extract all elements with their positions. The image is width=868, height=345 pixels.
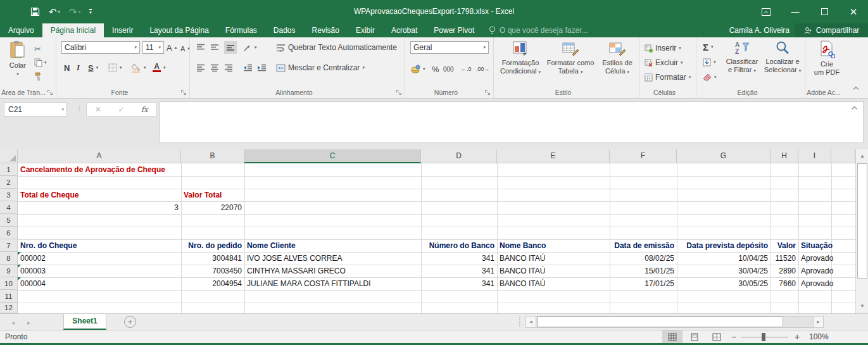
tab-página-inicial[interactable]: Página Inicial — [42, 23, 104, 37]
cell-A4[interactable]: 3 — [20, 201, 179, 214]
tab-revisão[interactable]: Revisão — [304, 23, 348, 37]
cell-G9[interactable]: 30/04/25 — [679, 265, 768, 277]
accounting-format-button[interactable]: ▾ — [410, 63, 425, 75]
align-right-icon[interactable] — [224, 61, 233, 74]
row-header-2[interactable]: 2 — [0, 176, 18, 189]
decrease-indent-icon[interactable] — [243, 61, 253, 74]
tell-me-box[interactable]: O que você deseja fazer... — [489, 23, 588, 37]
collapse-formula-bar-icon[interactable] — [851, 106, 858, 110]
cell-H8[interactable]: 11520 — [773, 252, 796, 265]
number-format-select[interactable]: Geral▾ — [410, 41, 489, 54]
decrease-decimal-button[interactable]: .00→ — [476, 63, 490, 75]
zoom-slider-thumb[interactable] — [762, 333, 765, 341]
column-header-B[interactable]: B — [181, 149, 244, 163]
namebox-resize-handle[interactable]: ⋮ — [76, 104, 83, 113]
cell-styles-button[interactable]: Estilos de Célula ▾ — [598, 39, 637, 76]
format-cells-button[interactable]: Formatar▾ — [645, 71, 691, 84]
cell-B10[interactable]: 2004954 — [184, 277, 242, 290]
cell-B3[interactable]: Valor Total — [184, 189, 242, 201]
row-header-10[interactable]: 10 — [0, 277, 18, 290]
cell-C8[interactable]: IVO JOSE ALVES CORREA — [247, 252, 418, 265]
format-as-table-button[interactable]: Formatar como Tabela ▾ — [546, 39, 595, 76]
orientation-button[interactable]: ▾ — [243, 41, 257, 54]
cell-D7[interactable]: Número do Banco — [424, 239, 494, 252]
column-header-H[interactable]: H — [771, 149, 798, 163]
wrap-text-button[interactable]: Quebrar Texto Automaticamente — [276, 41, 397, 54]
column-header-F[interactable]: F — [610, 149, 677, 163]
cell-A9[interactable]: 000003 — [20, 265, 179, 277]
cut-button[interactable]: ✂ — [34, 42, 41, 55]
cell-B7[interactable]: Nro. do pedido — [184, 239, 242, 252]
italic-button[interactable]: I — [77, 61, 80, 74]
cell-B9[interactable]: 7003450 — [184, 265, 242, 277]
collapse-ribbon-icon[interactable] — [852, 85, 860, 91]
column-header-partial[interactable] — [831, 149, 855, 163]
underline-button[interactable]: S▾ — [88, 61, 98, 74]
ribbon-display-options-icon[interactable] — [752, 0, 781, 23]
cell-C10[interactable]: JULIANE MARA COSTA FITTIPALDI — [247, 277, 418, 290]
tab-power-pivot[interactable]: Power Pivot — [425, 23, 482, 37]
cell-E10[interactable]: BANCO ITAÚ — [500, 277, 607, 290]
column-header-D[interactable]: D — [421, 149, 497, 163]
new-sheet-icon[interactable]: + — [124, 316, 136, 328]
cell-A3[interactable]: Total de Cheque — [20, 189, 179, 201]
normal-view-icon[interactable] — [662, 330, 682, 343]
scroll-left-icon[interactable]: ◂ — [526, 317, 536, 327]
account-user-name[interactable]: Camila A. Oliveira — [729, 23, 789, 37]
cell-F8[interactable]: 08/02/25 — [612, 252, 674, 265]
cell-A10[interactable]: 000004 — [20, 277, 179, 290]
font-color-button[interactable]: A ▾ — [153, 61, 166, 74]
minimize-button[interactable]: — — [781, 0, 810, 23]
align-middle-icon[interactable] — [210, 41, 219, 54]
cell-H10[interactable]: 7660 — [773, 277, 796, 290]
scroll-up-icon[interactable]: ▲ — [857, 151, 867, 161]
align-top-icon[interactable] — [196, 41, 205, 54]
borders-button[interactable]: ▾ — [108, 61, 122, 74]
cell-B8[interactable]: 3004841 — [184, 252, 242, 265]
paste-caret-icon[interactable]: ▾ — [5, 70, 30, 78]
page-break-view-icon[interactable] — [707, 330, 727, 343]
undo-caret-icon[interactable]: ▾ — [58, 9, 61, 15]
maximize-button[interactable] — [810, 0, 839, 23]
vertical-scroll-thumb[interactable] — [857, 163, 867, 279]
format-painter-button[interactable] — [34, 70, 42, 83]
sort-filter-button[interactable]: AZ Classificar e Filtrar ▾ — [722, 39, 762, 75]
copy-caret-icon[interactable]: ▾ — [44, 60, 47, 65]
row-header-4[interactable]: 4 — [0, 201, 18, 214]
bold-button[interactable]: N — [64, 61, 70, 74]
copy-button[interactable]: ▾ — [34, 56, 47, 69]
tab-exibir[interactable]: Exibir — [348, 23, 383, 37]
alignment-dialog-launcher-icon[interactable] — [396, 89, 403, 96]
increase-decimal-button[interactable]: ←.0 — [461, 63, 472, 75]
close-button[interactable]: ✕ — [839, 0, 868, 23]
percent-style-button[interactable]: % — [432, 63, 439, 75]
cell-D9[interactable]: 341 — [424, 265, 494, 277]
column-header-A[interactable]: A — [18, 149, 181, 163]
row-header-11[interactable]: 11 — [0, 290, 18, 303]
find-select-button[interactable]: Localizar e Selecionar ▾ — [762, 39, 803, 75]
column-header-E[interactable]: E — [497, 149, 610, 163]
paste-button[interactable]: Colar ▾ — [5, 39, 30, 78]
conditional-formatting-button[interactable]: ≠ Formatação Condicional ▾ — [498, 39, 543, 76]
share-button[interactable]: Compartilhar — [795, 23, 868, 37]
autosum-button[interactable]: Σ▾ — [703, 41, 714, 53]
confirm-entry-icon[interactable]: ✓ — [118, 105, 124, 114]
cell-I9[interactable]: Aprovado — [801, 265, 829, 277]
font-dialog-launcher-icon[interactable] — [180, 89, 187, 96]
row-header-3[interactable]: 3 — [0, 189, 18, 201]
merge-center-button[interactable]: Mesclar e Centralizar ▾ — [276, 61, 365, 74]
cell-E9[interactable]: BANCO ITAÚ — [500, 265, 607, 277]
sheet-tab-active[interactable]: Sheet1 — [63, 314, 106, 330]
tab-inserir[interactable]: Inserir — [104, 23, 141, 37]
align-bottom-icon[interactable] — [224, 41, 237, 54]
clipboard-dialog-launcher-icon[interactable] — [47, 89, 54, 96]
column-header-I[interactable]: I — [798, 149, 831, 163]
column-header-G[interactable]: G — [677, 149, 771, 163]
horizontal-scroll-thumb[interactable] — [538, 317, 783, 327]
tab-fórmulas[interactable]: Fórmulas — [217, 23, 265, 37]
tab-layout-da-página[interactable]: Layout da Página — [141, 23, 217, 37]
page-layout-view-icon[interactable] — [684, 330, 705, 343]
cell-A8[interactable]: 000002 — [20, 252, 179, 265]
row-header-1[interactable]: 1 — [0, 163, 18, 176]
cell-F7[interactable]: Data de emissão — [612, 239, 674, 252]
